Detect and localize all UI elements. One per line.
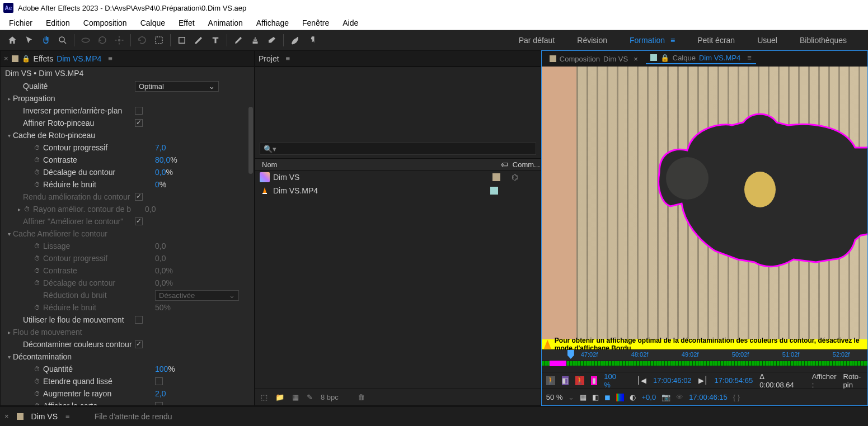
snapshot-icon[interactable]: 📷 (661, 393, 670, 401)
stopwatch-icon[interactable]: ⏱ (33, 168, 41, 176)
checkbox[interactable] (135, 193, 143, 201)
rgb-icon[interactable] (616, 394, 624, 401)
menu-file[interactable]: Fichier (2, 16, 39, 30)
dropdown[interactable]: Optimal⌄ (135, 81, 219, 92)
menu-view[interactable]: Affichage (250, 16, 295, 30)
property-value[interactable]: 0,0 (155, 242, 166, 250)
hand-tool-icon[interactable] (38, 32, 54, 48)
eraser-tool-icon[interactable] (264, 32, 280, 48)
roto-icon[interactable]: ◧ (562, 376, 569, 385)
roto-icon[interactable]: ▮ (591, 376, 598, 385)
project-search-input[interactable]: 🔍▾ (260, 143, 536, 155)
property-row[interactable]: ⏱Contraste0,0% (1, 264, 254, 277)
property-value[interactable]: 0,0 (155, 168, 166, 177)
property-row[interactable]: ⏱Réduire le bruit0 % (1, 178, 254, 191)
menu-layer[interactable]: Calque (134, 16, 172, 30)
roto-icon[interactable]: 🚶 (546, 376, 555, 385)
new-comp-icon[interactable]: ▦ (292, 393, 299, 401)
panel-menu-icon[interactable]: ≡ (108, 54, 112, 63)
orbit-tool-icon[interactable] (78, 32, 93, 48)
workspace-revision[interactable]: Révision (577, 36, 607, 45)
twirl-icon[interactable]: ▸ (15, 206, 23, 212)
stopwatch-icon[interactable]: ⏱ (33, 402, 41, 405)
dropdown[interactable]: Désactivée⌄ (155, 290, 239, 301)
interpret-footage-icon[interactable]: ⬚ (261, 393, 268, 401)
stopwatch-icon[interactable]: ⏱ (33, 279, 41, 287)
property-value[interactable]: 0,0 (155, 278, 166, 287)
property-row[interactable]: ▾Cache Améliorer le contour (1, 228, 254, 240)
menu-effect[interactable]: Effet (172, 16, 201, 30)
stopwatch-icon[interactable]: ⏱ (33, 242, 41, 250)
roto-percent[interactable]: 100 % (604, 372, 619, 389)
viewer-tab-composition[interactable]: Composition Dim VS × (545, 55, 642, 63)
bpc-label[interactable]: 8 bpc (321, 393, 339, 401)
channel-icon[interactable]: ◧ (592, 393, 599, 401)
workspace-small-screen[interactable]: Petit écran (697, 36, 735, 45)
property-value[interactable]: 2,0 (155, 389, 166, 398)
property-row[interactable]: ⏱Décalage du contour0,0% (1, 277, 254, 289)
property-row[interactable]: ⏱Afficher la carte (1, 400, 254, 405)
twirl-icon[interactable]: ▸ (5, 96, 13, 102)
project-item[interactable]: Dim VS.MP4 (255, 184, 541, 197)
menu-composition[interactable]: Composition (77, 16, 134, 30)
stopwatch-icon[interactable]: ⏱ (33, 304, 41, 311)
property-row[interactable]: ⏱Contour progressif7,0 (1, 141, 254, 154)
property-row[interactable]: ⏱Réduire le bruit50% (1, 301, 254, 314)
stopwatch-icon[interactable]: ⏱ (33, 181, 41, 188)
effects-tab-label[interactable]: Effets (34, 54, 54, 63)
new-folder-icon[interactable]: 📁 (275, 393, 284, 401)
menu-help[interactable]: Aide (336, 16, 365, 30)
shape-tool-icon[interactable] (174, 32, 190, 48)
property-row[interactable]: Affiner Roto-pinceau (1, 117, 254, 129)
brush-tool-icon[interactable] (231, 32, 246, 48)
adjustment-icon[interactable]: ✎ (307, 393, 313, 401)
current-timecode[interactable]: 17:00:46:15 (689, 393, 728, 401)
close-icon[interactable]: × (634, 55, 638, 63)
zoom-level[interactable]: 50 % (546, 393, 563, 401)
undo-icon[interactable] (134, 32, 150, 48)
selection-tool-icon[interactable] (21, 32, 37, 48)
workspace-default[interactable]: Par défaut (519, 36, 555, 45)
text-tool-icon[interactable] (208, 32, 223, 48)
property-row[interactable]: Utiliser le flou de mouvement (1, 314, 254, 326)
view-mode-dropdown[interactable]: Roto-pin (843, 372, 863, 389)
property-row[interactable]: Décontaminer couleurs contour (1, 338, 254, 351)
project-tab-label[interactable]: Projet (259, 54, 279, 63)
stopwatch-icon[interactable]: ⏱ (33, 267, 41, 274)
checkbox[interactable] (135, 316, 143, 324)
stopwatch-icon[interactable]: ⏱ (33, 365, 41, 373)
lock-icon[interactable]: 🔒 (660, 54, 669, 62)
label-swatch[interactable] (490, 187, 498, 195)
col-name-header[interactable]: Nom (255, 160, 497, 169)
stopwatch-icon[interactable]: ⏱ (33, 390, 41, 397)
property-row[interactable]: ⏱Contour progressif0,0 (1, 252, 254, 264)
stopwatch-icon[interactable]: ⏱ (33, 144, 41, 152)
property-row[interactable]: QualitéOptimal⌄ (1, 80, 254, 92)
property-value[interactable]: 0,0 (155, 266, 166, 275)
property-value[interactable]: 0,0 (145, 205, 156, 214)
stopwatch-icon[interactable]: ⏱ (33, 254, 41, 262)
scrollbar[interactable] (248, 107, 253, 174)
mini-timeline[interactable]: 47:02f48:02f49:02f50:02f51:02f52:02f53:0… (542, 349, 867, 372)
pan-behind-tool-icon[interactable] (111, 32, 127, 48)
workspace-libraries[interactable]: Bibliothèques (800, 36, 847, 45)
property-row[interactable]: Réduction du bruitDésactivée⌄ (1, 289, 254, 301)
twirl-icon[interactable]: ▸ (5, 329, 13, 335)
col-comment-header[interactable]: Comm... (513, 160, 541, 169)
property-row[interactable]: ⏱Lissage0,0 (1, 240, 254, 252)
workspace-formation[interactable]: Formation (630, 36, 665, 45)
twirl-icon[interactable]: ▾ (5, 231, 13, 237)
zoom-tool-icon[interactable] (55, 32, 71, 48)
stopwatch-icon[interactable]: ⏱ (33, 377, 41, 385)
property-row[interactable]: ⏱Etendre quand lissé (1, 375, 254, 387)
property-value[interactable]: 0,0 (155, 254, 166, 263)
property-value[interactable]: 50 (155, 303, 164, 312)
panel-menu-icon[interactable]: ≡ (747, 54, 752, 62)
exposure-value[interactable]: +0,0 (641, 393, 656, 401)
flowchart-icon[interactable]: ⌬ (512, 173, 518, 182)
trash-icon[interactable]: 🗑 (358, 393, 365, 401)
mask-tool-icon[interactable] (151, 32, 167, 48)
property-row[interactable]: Rendu amélioration du contour (1, 191, 254, 203)
stopwatch-icon[interactable]: ⏱ (23, 205, 31, 213)
grid-icon[interactable]: ▦ (580, 393, 587, 401)
